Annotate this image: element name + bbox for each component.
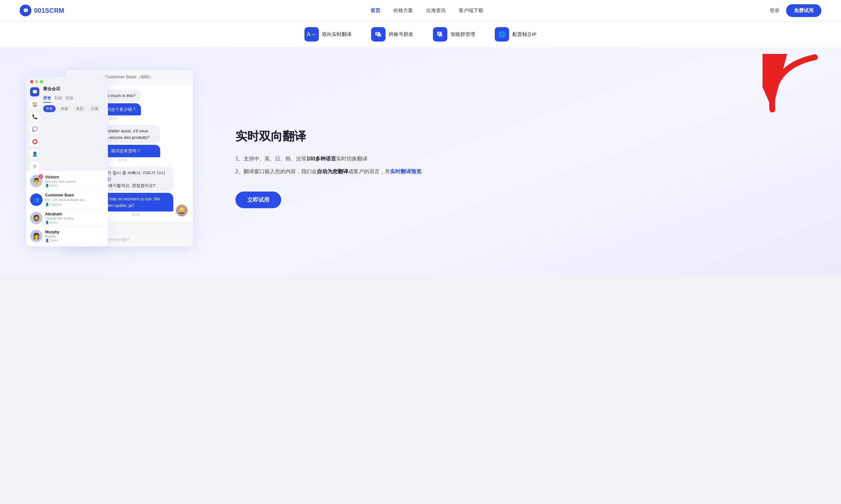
conv-item-murphy[interactable]: 👩 Murphy thanks 👤 Helen <box>26 227 108 245</box>
avatar-vickers: 👨 2 <box>30 175 42 187</box>
msg-text-3a: 제가 잠시 좀 바빠서, 이따가 다시 당신과 얘기할게요, 괜찮겠어요? <box>98 167 173 192</box>
conv-tabs: 所有 私聊 群聊 <box>43 94 104 103</box>
sidebar-settings-icon[interactable]: ⚙ <box>30 162 39 171</box>
conv-name-murphy: Murphy <box>45 230 104 234</box>
feature-broadcast[interactable]: 跨账号群发 <box>371 27 413 41</box>
nav-links: 首页 价格方案 出海资讯 客户端下载 <box>84 7 770 14</box>
conv-name-abraham: Abraham <box>45 212 104 216</box>
agent-name-abraham: Avery <box>50 221 58 224</box>
login-button[interactable]: 登录 <box>770 7 780 14</box>
avatar-abraham: 🧔 <box>30 212 42 224</box>
conv-agent-murphy: 👤 Helen <box>45 239 104 242</box>
conv-agent-abraham: 👤 Avery <box>45 221 104 224</box>
nav-news[interactable]: 出海资讯 <box>426 7 446 14</box>
conversation-panel: 💬 🏠 📞 💭 ⭕ 👤 ⚙ 聚合会话 所有 私聊 群聊 <box>26 77 108 247</box>
tl-red <box>30 80 33 83</box>
agent-icon-vickers: 👤 <box>45 184 49 187</box>
conv-info-abraham: Abraham I would like to buy 👤 Avery <box>45 212 104 224</box>
free-trial-button[interactable]: 免费试用 <box>786 4 821 17</box>
msg-col-3: 제가 잠시 좀 바빠서, 이따가 다시 당신과 얘기할게요, 괜찮겠어요? Ic… <box>98 167 173 217</box>
feature-translate-label: 双向实时翻译 <box>322 31 352 38</box>
ip-icon: 🌐 <box>495 27 509 41</box>
agent-icon-abraham: 👤 <box>45 221 49 224</box>
nav-pricing[interactable]: 价格方案 <box>393 7 413 14</box>
conv-tab-group[interactable]: 群聊 <box>66 94 73 103</box>
hero-section: Customer Base（888） 👨 Hello, how much is … <box>0 48 841 276</box>
brand-logo[interactable]: 💬 001SCRM <box>20 4 64 16</box>
conv-name-vickers: Vickers <box>45 175 104 179</box>
conv-tab-private[interactable]: 私聊 <box>54 94 62 103</box>
section-title: 实时双向翻译 <box>235 128 815 144</box>
feature-translate[interactable]: A↔ 双向实时翻译 <box>304 27 352 41</box>
conv-preview-abraham: I would like to buy <box>45 216 88 220</box>
conv-name-customer-base: Customer Base <box>45 193 104 197</box>
feature-point-1: 1、支持中、英、日、韩、法等100多种语言实时切换翻译 <box>235 154 815 164</box>
feature-ip-label: 配置独立IP <box>513 31 537 38</box>
group-manage-icon <box>433 27 447 41</box>
svg-rect-7 <box>439 34 442 37</box>
conv-preview-customer-base: KK：Je veux acheter aus... <box>45 197 88 202</box>
cta-button[interactable]: 立即试用 <box>235 192 281 208</box>
feature-bar: A↔ 双向实时翻译 跨账号群发 智能群管理 🌐 配置独立IP <box>0 21 841 48</box>
nav-actions: 登录 免费试用 <box>770 4 821 17</box>
badge-vickers: 2 <box>39 174 43 179</box>
broadcast-icon <box>371 27 386 41</box>
conv-item-vickers[interactable]: 👨 2 Vickers Are you free soon? 👤 Helen <box>26 172 108 190</box>
conv-info-customer-base: Customer Base KK：Je veux acheter aus... … <box>45 193 104 206</box>
brand-name: 001SCRM <box>34 7 64 14</box>
filter-unread[interactable]: 未读 <box>58 105 71 112</box>
avatar-murphy: 👩 <box>30 230 42 242</box>
feature-group-manage[interactable]: 智能群管理 <box>433 27 475 41</box>
avatar-customer-base: 👥 <box>30 194 42 206</box>
conv-item-abraham[interactable]: 🧔 Abraham I would like to buy 👤 Avery <box>26 209 108 227</box>
feature-group-manage-label: 智能群管理 <box>451 31 475 38</box>
red-arrow <box>763 54 821 119</box>
logo-icon: 💬 <box>20 4 31 16</box>
conv-panel-title: 聚合会话 <box>43 86 104 92</box>
sidebar-phone-icon[interactable]: 📞 <box>30 112 39 121</box>
conv-item-customer-base[interactable]: 👥 Customer Base KK：Je veux acheter aus..… <box>26 190 108 209</box>
filter-all[interactable]: 所有 <box>43 105 56 112</box>
right-panel: 实时双向翻译 1、支持中、英、日、韩、法等100多种语言实时切换翻译 2、翻译窗… <box>209 67 815 256</box>
sidebar-home-icon[interactable]: 🏠 <box>30 100 39 109</box>
sidebar-chat-icon[interactable]: 💬 <box>30 87 39 96</box>
sidebar-user-icon[interactable]: 👤 <box>30 149 39 159</box>
filter-unreplied[interactable]: 未回 <box>73 105 86 112</box>
msg-time-3: 12:44 <box>98 213 173 216</box>
agent-name-murphy: Helen <box>50 239 58 242</box>
agent-name-customer-base: Cypress <box>50 203 62 206</box>
feature-list: 1、支持中、英、日、韩、法等100多种语言实时切换翻译 2、翻译窗口输入您的内容… <box>235 154 815 180</box>
agent-icon-murphy: 👤 <box>45 239 49 242</box>
sidebar-circle-icon[interactable]: ⭕ <box>30 137 39 146</box>
traffic-lights <box>30 80 104 83</box>
conv-preview-vickers: Are you free soon? <box>45 179 88 183</box>
conv-tab-all[interactable]: 所有 <box>43 94 51 103</box>
avatar-female-2: 👱‍♀️ <box>176 204 188 216</box>
chat-title: Customer Base（888） <box>105 74 153 79</box>
tl-yellow <box>35 80 38 83</box>
translate-icon: A↔ <box>304 27 319 41</box>
agent-name-vickers: Helen <box>50 184 58 187</box>
mockup-area: Customer Base（888） 👨 Hello, how much is … <box>26 67 196 256</box>
tl-green <box>40 80 43 83</box>
nav-home[interactable]: 首页 <box>371 7 380 14</box>
filter-read[interactable]: 已读 <box>88 105 101 112</box>
conv-agent-customer-base: 👤 Cypress <box>45 203 104 206</box>
conv-list: 👨 2 Vickers Are you free soon? 👤 Helen <box>26 171 108 247</box>
navbar: 💬 001SCRM 首页 价格方案 出海资讯 客户端下载 登录 免费试用 <box>0 0 841 21</box>
feature-ip[interactable]: 🌐 配置独立IP <box>495 27 537 41</box>
conv-info-vickers: Vickers Are you free soon? 👤 Helen <box>45 175 104 187</box>
nav-download[interactable]: 客户端下载 <box>459 7 483 14</box>
feature-broadcast-label: 跨账号群发 <box>389 31 413 38</box>
feature-point-2: 2、翻译窗口输入您的内容，我们会自动为您翻译成客户的语言，并实时翻译预览 <box>235 167 815 177</box>
conv-panel-top: 💬 🏠 📞 💭 ⭕ 👤 ⚙ 聚合会话 所有 私聊 群聊 <box>26 77 108 171</box>
conv-preview-murphy: thanks <box>45 234 88 238</box>
agent-icon-customer-base: 👤 <box>45 203 49 206</box>
sidebar-bubble-icon[interactable]: 💭 <box>30 125 39 134</box>
filter-tabs: 所有 未读 未回 已读 <box>43 105 104 112</box>
conv-agent-vickers: 👤 Helen <box>45 184 104 187</box>
conv-info-murphy: Murphy thanks 👤 Helen <box>45 230 104 242</box>
msg-text-3b: Ich hab im moment zu tun. Wir reden spät… <box>98 193 173 212</box>
